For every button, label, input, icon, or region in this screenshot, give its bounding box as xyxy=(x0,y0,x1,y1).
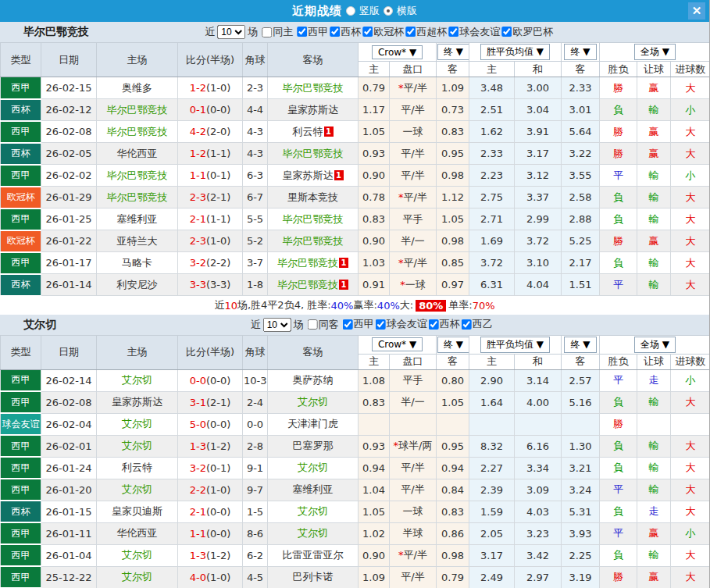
final-odds-select-2[interactable]: 终 ▼ xyxy=(564,44,596,60)
col-home: 主场 xyxy=(97,43,178,77)
handicap: 平/半 xyxy=(390,143,437,165)
odds-away: 1.05 xyxy=(437,208,469,230)
away-team: 艾尔切 xyxy=(268,457,359,479)
score-cell: 2-3(1-0) xyxy=(178,230,243,252)
result-winloss: 勝 xyxy=(600,143,637,165)
corner-cell: 9-7 xyxy=(243,479,268,501)
vertical-layout-label[interactable]: 竖版 xyxy=(359,4,380,18)
col-avg-away: 客 xyxy=(562,354,600,369)
match-date: 26-02-01 xyxy=(41,435,97,457)
avg-home: 2.49 xyxy=(469,566,515,588)
col-type: 类型 xyxy=(1,335,41,369)
result-winloss: 勝 xyxy=(600,230,637,252)
avg-away: 3.19 xyxy=(562,566,600,588)
match-row: 西甲25-12-22艾尔切4-0(1-0)4-5巴列卡诺1.09平/半0.792… xyxy=(1,566,710,588)
wdl-average-select[interactable]: 胜平负均值 ▼ xyxy=(480,44,550,60)
fulltime-select[interactable]: 全场 ▼ xyxy=(634,337,676,353)
section-away-team: 艾尔切 近 10 场 同客 西甲球会友谊西杯西乙 类型 日期 主场 比分(半 xyxy=(0,315,709,588)
odds-away: 0.95 xyxy=(437,435,469,457)
score-cell: 1-3(1-2) xyxy=(178,435,243,457)
col-corner: 角球 xyxy=(243,43,268,77)
league-checkbox[interactable]: 西甲 xyxy=(343,317,374,331)
result-winloss: 平 xyxy=(600,274,637,296)
home-team: 毕尔巴鄂竞技 xyxy=(97,99,178,121)
avg-draw: 4.03 xyxy=(515,501,562,522)
red-card-badge: 1 xyxy=(324,127,334,137)
odds-away: 0.98 xyxy=(437,230,469,252)
league-tag: 西甲 xyxy=(1,479,41,501)
match-date: 26-01-22 xyxy=(41,230,97,252)
vertical-layout-radio[interactable] xyxy=(346,6,355,16)
result-handicap: 輸 xyxy=(637,274,671,296)
odds-home: 0.90 xyxy=(359,230,390,252)
result-handicap: 輸 xyxy=(637,391,671,413)
col-avg-draw: 和 xyxy=(515,354,562,369)
result-goals: 小 xyxy=(671,165,710,187)
avg-away: 3.55 xyxy=(562,165,600,187)
final-odds-select-1[interactable]: 终 ▼ xyxy=(437,44,469,60)
league-checkbox[interactable]: 球会友谊 xyxy=(376,317,427,331)
league-tag: 西甲 xyxy=(1,252,41,274)
final-odds-select-2[interactable]: 终 ▼ xyxy=(564,337,596,353)
result-goals: 大 xyxy=(671,230,710,252)
horizontal-layout-radio[interactable] xyxy=(384,6,393,16)
handicap: 平手 xyxy=(390,369,437,391)
league-tag: 西甲 xyxy=(1,391,41,413)
odds-home: 0.90 xyxy=(359,165,390,187)
avg-home: 1.64 xyxy=(469,391,515,413)
handicap: 平手 xyxy=(390,208,437,230)
near-label: 近 xyxy=(251,318,261,332)
avg-home: 3.17 xyxy=(469,544,515,566)
bookmaker-select[interactable]: Crow* ▼ xyxy=(372,337,423,351)
corner-cell: 4-4 xyxy=(243,99,268,121)
score-cell: 2-1(1-1) xyxy=(178,208,243,230)
league-checkbox[interactable]: 西甲 xyxy=(297,25,328,39)
odds-away: 0.98 xyxy=(437,165,469,187)
result-winloss: 平 xyxy=(600,165,637,187)
odds-home: 1.02 xyxy=(359,522,390,544)
league-checkbox[interactable]: 西杯 xyxy=(429,317,460,331)
match-row: 欧冠杯26-01-29毕尔巴鄂竞技2-3(2-1)6-7里斯本竞技0.78*平/… xyxy=(1,187,710,208)
home-team: 艾尔切 xyxy=(97,435,178,457)
league-checkbox[interactable]: 球会友谊 xyxy=(448,25,500,39)
away-team: 毕尔巴鄂竞技 xyxy=(268,143,359,165)
result-goals: 小 xyxy=(671,369,710,391)
avg-draw: 2.99 xyxy=(515,208,562,230)
final-odds-select-1[interactable]: 终 ▼ xyxy=(437,337,469,353)
league-tag: 西杯 xyxy=(1,501,41,522)
match-date: 26-02-12 xyxy=(41,99,97,121)
league-tag: 西甲 xyxy=(1,435,41,457)
odds-away xyxy=(437,413,469,435)
league-checkbox[interactable]: 欧冠杯 xyxy=(362,25,404,39)
col-type: 类型 xyxy=(1,43,41,77)
match-count-select[interactable]: 10 xyxy=(263,318,291,332)
match-count-select[interactable]: 10 xyxy=(217,25,245,39)
league-checkbox[interactable]: 西乙 xyxy=(462,317,493,331)
avg-away: 5.16 xyxy=(562,391,600,413)
wdl-average-select[interactable]: 胜平负均值 ▼ xyxy=(480,337,550,353)
odds-home: 1.03 xyxy=(359,252,390,274)
odds-away: 0.79 xyxy=(437,566,469,588)
away-team: 毕尔巴鄂竞技1 xyxy=(268,252,359,274)
same-venue-checkbox[interactable]: 同客 xyxy=(308,318,339,332)
match-row: 西杯26-01-15皇家贝迪斯2-1(0-0)1-5艾尔切1.05一球0.831… xyxy=(1,501,710,522)
col-handicap: 盘口 xyxy=(390,354,437,369)
league-checkbox[interactable]: 欧罗巴杯 xyxy=(501,25,553,39)
horizontal-layout-label[interactable]: 横版 xyxy=(397,4,417,18)
result-handicap: 走 xyxy=(637,501,671,522)
odds-home xyxy=(359,413,390,435)
handicap: *平/半 xyxy=(390,252,437,274)
league-checkbox[interactable]: 西超杯 xyxy=(405,25,447,39)
avg-draw: 3.37 xyxy=(515,187,562,208)
same-venue-checkbox[interactable]: 同主 xyxy=(262,25,293,39)
home-team: 毕尔巴鄂竞技 xyxy=(97,187,178,208)
odds-away: 0.80 xyxy=(437,369,469,391)
close-icon[interactable]: ✕ xyxy=(688,2,705,20)
match-row: 球会友谊26-02-04艾尔切5-0(0-0)0-0天津津门虎勝 xyxy=(1,413,710,435)
league-checkbox[interactable]: 西杯 xyxy=(330,25,361,39)
odds-away: 0.85 xyxy=(437,252,469,274)
avg-home: 2.90 xyxy=(469,369,515,391)
fulltime-select[interactable]: 全场 ▼ xyxy=(634,44,676,60)
bookmaker-select[interactable]: Crow* ▼ xyxy=(372,45,423,59)
match-date: 26-02-14 xyxy=(41,369,97,391)
